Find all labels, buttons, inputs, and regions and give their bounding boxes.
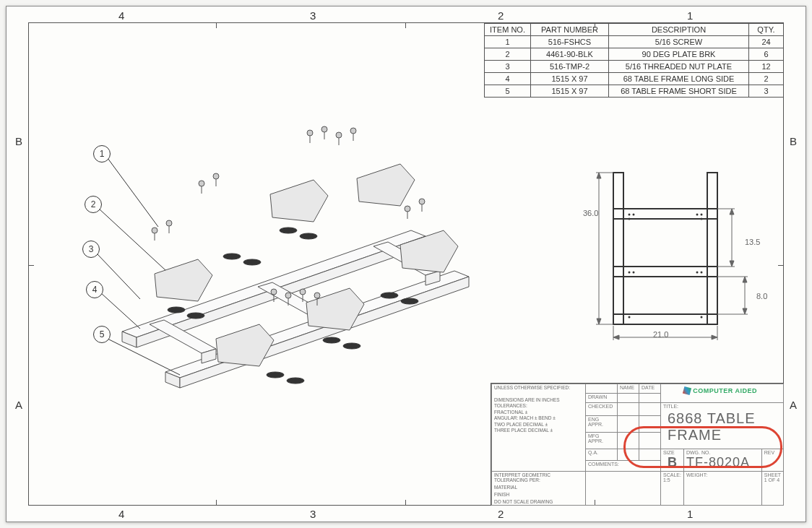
- bom-row: 3516-TMP-25/16 THREADED NUT PLATE12: [485, 61, 784, 73]
- svg-marker-76: [743, 308, 747, 314]
- svg-line-43: [100, 293, 140, 329]
- zone-col-3-bot: 3: [310, 508, 316, 520]
- dim-8: 8.0: [756, 292, 767, 300]
- svg-point-11: [401, 298, 418, 304]
- tb-rev-label: REV: [761, 449, 783, 472]
- bom-row: 1516-FSHCS5/16 SCREW24: [485, 36, 784, 48]
- tb-drawn: DRAWN: [586, 394, 618, 403]
- svg-line-40: [108, 158, 158, 227]
- bom-table: ITEM NO. PART NUMBER DESCRIPTION QTY. 15…: [484, 23, 784, 98]
- svg-marker-65: [597, 173, 601, 178]
- zone-row-a-right: A: [790, 399, 797, 411]
- tb-qa: Q.A.: [586, 449, 618, 461]
- svg-point-51: [633, 214, 635, 216]
- tb-scale: SCALE: 1:5: [661, 472, 684, 506]
- svg-point-58: [701, 272, 703, 274]
- zone-col-3-top: 3: [310, 9, 316, 22]
- svg-point-56: [629, 272, 631, 274]
- dim-36: 36.0: [583, 209, 598, 217]
- svg-point-32: [271, 289, 277, 295]
- svg-line-41: [99, 209, 165, 270]
- svg-marker-70: [730, 209, 734, 215]
- balloon-1: 1: [93, 145, 111, 163]
- svg-point-3: [243, 259, 261, 265]
- drawing-title: 6868 TABLE FRAME: [663, 409, 781, 448]
- tick: [405, 22, 406, 28]
- bom-h-item: ITEM NO.: [485, 24, 531, 36]
- svg-point-20: [307, 130, 313, 136]
- svg-point-53: [701, 214, 703, 216]
- balloon-2: 2: [85, 196, 102, 213]
- tb-size-label: SIZE: [663, 450, 681, 455]
- svg-point-54: [696, 214, 699, 216]
- svg-point-30: [419, 199, 425, 204]
- svg-point-55: [701, 218, 703, 220]
- tb-title-label: TITLE:: [663, 404, 781, 409]
- zone-row-b-left: B: [15, 135, 22, 147]
- tb-dwgno-label: DWG. NO.: [686, 450, 759, 455]
- svg-marker-81: [712, 335, 717, 339]
- svg-point-24: [336, 132, 342, 138]
- svg-rect-46: [707, 173, 717, 324]
- balloon-5: 5: [93, 326, 111, 343]
- zone-col-1-bot: 1: [687, 508, 693, 520]
- svg-marker-80: [613, 335, 619, 339]
- svg-marker-71: [730, 261, 734, 267]
- tb-checked: CHECKED: [586, 403, 618, 416]
- svg-point-52: [629, 218, 631, 220]
- exploded-assembly-view: [72, 115, 519, 433]
- tick: [778, 265, 784, 266]
- drawing-sheet: 4 3 2 1 4 3 2 1 B B A A ITEM NO. PART NU…: [6, 6, 806, 522]
- svg-marker-75: [743, 277, 747, 282]
- tb-weight: WEIGHT:: [683, 472, 761, 506]
- company-logo: COMPUTER AIDED: [683, 387, 757, 394]
- svg-point-4: [280, 228, 297, 233]
- dim-13-5: 13.5: [745, 238, 760, 246]
- bom-h-part: PART NUMBER: [531, 24, 609, 36]
- zone-col-2-bot: 2: [498, 508, 504, 520]
- svg-point-38: [314, 293, 320, 298]
- tick: [405, 500, 406, 506]
- bom-h-qty: QTY.: [749, 24, 784, 36]
- svg-point-57: [633, 272, 635, 274]
- bom-row: 51515 X 9768 TABLE FRAME SHORT SIDE3: [485, 85, 784, 98]
- svg-line-42: [97, 254, 140, 299]
- svg-point-7: [343, 343, 360, 349]
- svg-point-8: [267, 372, 284, 378]
- tb-notes: UNLESS OTHERWISE SPECIFIED: DIMENSIONS A…: [494, 385, 583, 434]
- svg-point-50: [629, 214, 631, 216]
- svg-point-5: [300, 233, 317, 239]
- balloon-3: 3: [82, 241, 100, 258]
- tick: [216, 500, 217, 506]
- svg-rect-49: [613, 314, 717, 324]
- zone-col-2-top: 2: [498, 9, 504, 22]
- svg-point-2: [223, 254, 241, 259]
- svg-point-28: [405, 206, 410, 212]
- bom-row: 24461-90-BLK90 DEG PLATE BRK6: [485, 48, 784, 61]
- zone-row-b-right: B: [790, 135, 797, 147]
- svg-point-16: [199, 181, 204, 186]
- svg-point-26: [350, 128, 356, 134]
- svg-point-14: [166, 220, 172, 226]
- tb-date-header: DATE: [639, 384, 661, 394]
- tick: [28, 265, 34, 266]
- svg-point-59: [696, 272, 699, 274]
- svg-point-6: [323, 337, 340, 343]
- tb-sheet: SHEET 1 OF 4: [761, 472, 783, 506]
- svg-point-18: [213, 173, 219, 179]
- right-ortho-view: [577, 165, 772, 346]
- zone-col-4-top: 4: [118, 9, 124, 22]
- zone-col-4-bot: 4: [118, 508, 124, 520]
- svg-point-34: [285, 293, 291, 298]
- svg-point-9: [287, 378, 304, 384]
- tb-mfgappr: MFG APPR.: [586, 432, 618, 449]
- tick: [216, 22, 217, 28]
- zone-row-a-left: A: [15, 399, 22, 411]
- svg-point-22: [321, 126, 327, 132]
- tb-size: B: [663, 455, 681, 470]
- svg-point-61: [701, 316, 703, 319]
- svg-point-1: [187, 313, 204, 319]
- tb-comments: COMMENTS:: [586, 460, 661, 472]
- balloon-4: 4: [86, 281, 103, 298]
- bom-row: 41515 X 9768 TABLE FRAME LONG SIDE2: [485, 73, 784, 85]
